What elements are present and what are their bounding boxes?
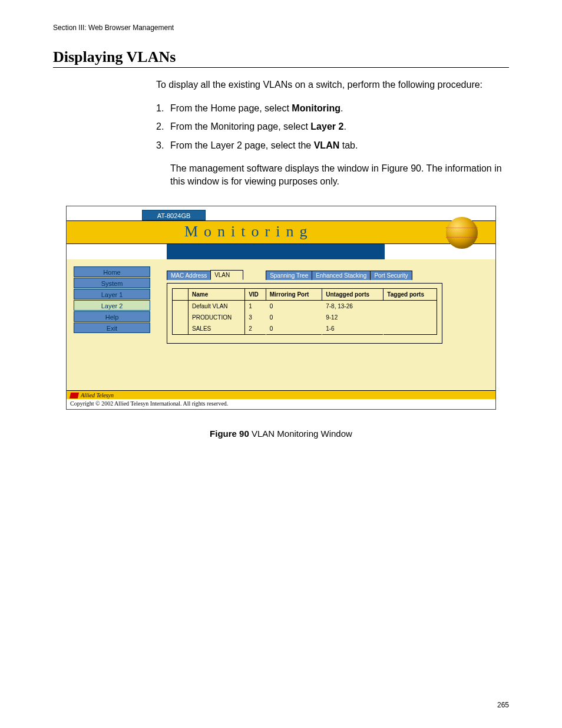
tab-mac-address[interactable]: MAC Address bbox=[167, 271, 211, 281]
sidebar-item-help[interactable]: Help bbox=[74, 311, 150, 322]
step-text-bold: VLAN bbox=[314, 140, 340, 150]
col-untagged-ports: Untagged ports bbox=[322, 288, 384, 300]
cell-tagged bbox=[384, 300, 437, 312]
header-title: Monitoring bbox=[184, 221, 313, 243]
brand-name: Allied Telesyn bbox=[81, 392, 114, 398]
cell-vid: 3 bbox=[245, 312, 266, 323]
step-text-pre: From the Layer 2 page, select the bbox=[170, 140, 314, 150]
cell-name: PRODUCTION bbox=[189, 312, 245, 323]
table-row: SALES 2 0 1-6 bbox=[173, 323, 437, 335]
step-number: 2. bbox=[156, 120, 164, 133]
step-text-bold: Layer 2 bbox=[310, 121, 343, 131]
cell-mirror: 0 bbox=[266, 312, 322, 323]
step-2: 2. From the Monitoring page, select Laye… bbox=[156, 120, 509, 133]
shot-footer: Allied Telesyn bbox=[67, 390, 495, 400]
col-mirroring-port: Mirroring Port bbox=[266, 288, 322, 300]
table-row: PRODUCTION 3 0 9-12 bbox=[173, 312, 437, 323]
intro-paragraph: To display all the existing VLANs on a s… bbox=[156, 78, 509, 91]
sub-bar-row bbox=[67, 244, 495, 259]
figure-90: AT-8024GB Monitoring Home System Layer 1… bbox=[53, 206, 509, 439]
cell-tagged bbox=[384, 312, 437, 323]
sidebar-item-layer1[interactable]: Layer 1 bbox=[74, 289, 150, 299]
body-copy: To display all the existing VLANs on a s… bbox=[156, 78, 509, 188]
running-head: Section III: Web Browser Management bbox=[53, 24, 509, 32]
col-name: Name bbox=[189, 288, 245, 300]
tab-port-security[interactable]: Port Security bbox=[370, 271, 412, 281]
document-page: Section III: Web Browser Management Disp… bbox=[0, 0, 562, 728]
step-text-post: . bbox=[340, 103, 343, 113]
sidebar-item-layer2[interactable]: Layer 2 bbox=[74, 300, 150, 311]
tab-strip: MAC Address VLAN Spanning Tree Enhanced … bbox=[167, 270, 412, 281]
vlan-table-panel: Name VID Mirroring Port Untagged ports T… bbox=[167, 283, 442, 344]
row-lead bbox=[173, 312, 189, 323]
brand-logo-icon bbox=[70, 393, 79, 398]
tab-spacer bbox=[243, 277, 266, 280]
step-number: 1. bbox=[156, 102, 164, 115]
tab-vlan[interactable]: VLAN bbox=[210, 270, 243, 281]
copyright-line: Copyright © 2002 Allied Telesyn Internat… bbox=[67, 399, 495, 409]
table-header-row: Name VID Mirroring Port Untagged ports T… bbox=[173, 288, 437, 300]
header-bar: Monitoring bbox=[67, 220, 495, 244]
cell-vid: 1 bbox=[245, 300, 266, 312]
sidebar-item-exit[interactable]: Exit bbox=[74, 322, 150, 333]
sidebar: Home System Layer 1 Layer 2 Help Exit bbox=[74, 266, 150, 334]
cell-untagged: 1-6 bbox=[322, 323, 384, 335]
step-text-pre: From the Monitoring page, select bbox=[170, 121, 310, 131]
cell-vid: 2 bbox=[245, 323, 266, 335]
figure-text: VLAN Monitoring Window bbox=[249, 429, 352, 439]
cell-untagged: 9-12 bbox=[322, 312, 384, 323]
vlan-table: Name VID Mirroring Port Untagged ports T… bbox=[172, 288, 437, 335]
cell-name: SALES bbox=[189, 323, 245, 335]
step-text-post: tab. bbox=[339, 140, 358, 150]
step-number: 3. bbox=[156, 139, 164, 152]
sidebar-item-system[interactable]: System bbox=[74, 278, 150, 288]
step-text-bold: Monitoring bbox=[292, 103, 340, 113]
cell-mirror: 0 bbox=[266, 323, 322, 335]
model-tab[interactable]: AT-8024GB bbox=[142, 210, 206, 220]
globe-icon bbox=[446, 217, 478, 249]
sub-bar bbox=[167, 244, 385, 259]
row-lead bbox=[173, 300, 189, 312]
page-number: 265 bbox=[497, 701, 509, 709]
step-3-explain: The management software displays the win… bbox=[170, 162, 509, 187]
model-tab-row: AT-8024GB bbox=[67, 210, 495, 220]
row-lead bbox=[173, 323, 189, 335]
figure-caption: Figure 90 VLAN Monitoring Window bbox=[53, 429, 509, 439]
tab-enhanced-stacking[interactable]: Enhanced Stacking bbox=[312, 271, 371, 281]
cell-name: Default VLAN bbox=[189, 300, 245, 312]
page-title: Displaying VLANs bbox=[53, 48, 509, 68]
shot-body: Home System Layer 1 Layer 2 Help Exit MA… bbox=[67, 259, 495, 390]
col-vid: VID bbox=[245, 288, 266, 300]
step-3: 3. From the Layer 2 page, select the VLA… bbox=[156, 139, 509, 188]
col-blank bbox=[173, 288, 189, 300]
shot-upper: AT-8024GB Monitoring bbox=[67, 206, 495, 259]
tab-spanning-tree[interactable]: Spanning Tree bbox=[266, 271, 312, 281]
procedure-list: 1. From the Home page, select Monitoring… bbox=[156, 102, 509, 188]
figure-label: Figure 90 bbox=[210, 429, 249, 439]
step-text-post: . bbox=[343, 121, 346, 131]
cell-mirror: 0 bbox=[266, 300, 322, 312]
table-row: Default VLAN 1 0 7-8, 13-26 bbox=[173, 300, 437, 312]
cell-untagged: 7-8, 13-26 bbox=[322, 300, 384, 312]
col-tagged-ports: Tagged ports bbox=[384, 288, 437, 300]
step-text-pre: From the Home page, select bbox=[170, 103, 292, 113]
cell-tagged bbox=[384, 323, 437, 335]
sidebar-item-home[interactable]: Home bbox=[74, 266, 150, 277]
vlan-monitoring-window: AT-8024GB Monitoring Home System Layer 1… bbox=[66, 206, 496, 410]
step-1: 1. From the Home page, select Monitoring… bbox=[156, 102, 509, 115]
